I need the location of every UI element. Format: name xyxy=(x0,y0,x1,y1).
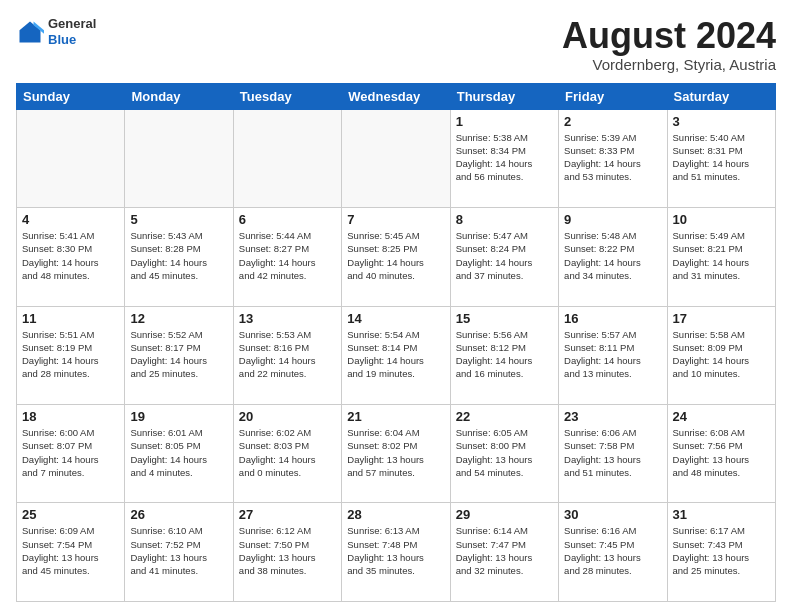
day-info: Sunrise: 6:14 AM Sunset: 7:47 PM Dayligh… xyxy=(456,524,553,577)
day-number: 11 xyxy=(22,311,119,326)
day-number: 6 xyxy=(239,212,336,227)
day-number: 30 xyxy=(564,507,661,522)
day-header-tuesday: Tuesday xyxy=(233,83,341,109)
calendar-cell: 19Sunrise: 6:01 AM Sunset: 8:05 PM Dayli… xyxy=(125,405,233,503)
day-info: Sunrise: 6:12 AM Sunset: 7:50 PM Dayligh… xyxy=(239,524,336,577)
day-number: 22 xyxy=(456,409,553,424)
day-header-saturday: Saturday xyxy=(667,83,775,109)
logo-general: General xyxy=(48,16,96,32)
day-number: 28 xyxy=(347,507,444,522)
day-info: Sunrise: 5:51 AM Sunset: 8:19 PM Dayligh… xyxy=(22,328,119,381)
calendar-cell: 1Sunrise: 5:38 AM Sunset: 8:34 PM Daylig… xyxy=(450,109,558,207)
calendar-cell: 7Sunrise: 5:45 AM Sunset: 8:25 PM Daylig… xyxy=(342,208,450,306)
day-number: 29 xyxy=(456,507,553,522)
day-info: Sunrise: 5:57 AM Sunset: 8:11 PM Dayligh… xyxy=(564,328,661,381)
calendar-cell: 23Sunrise: 6:06 AM Sunset: 7:58 PM Dayli… xyxy=(559,405,667,503)
day-number: 8 xyxy=(456,212,553,227)
day-number: 21 xyxy=(347,409,444,424)
logo-icon xyxy=(16,18,44,46)
calendar-cell: 25Sunrise: 6:09 AM Sunset: 7:54 PM Dayli… xyxy=(17,503,125,602)
day-header-sunday: Sunday xyxy=(17,83,125,109)
day-number: 7 xyxy=(347,212,444,227)
day-info: Sunrise: 5:58 AM Sunset: 8:09 PM Dayligh… xyxy=(673,328,770,381)
day-number: 17 xyxy=(673,311,770,326)
calendar-week-0: 1Sunrise: 5:38 AM Sunset: 8:34 PM Daylig… xyxy=(17,109,776,207)
calendar-cell: 8Sunrise: 5:47 AM Sunset: 8:24 PM Daylig… xyxy=(450,208,558,306)
calendar-cell: 29Sunrise: 6:14 AM Sunset: 7:47 PM Dayli… xyxy=(450,503,558,602)
calendar-cell xyxy=(125,109,233,207)
day-number: 16 xyxy=(564,311,661,326)
logo-text: General Blue xyxy=(48,16,96,47)
calendar-cell: 6Sunrise: 5:44 AM Sunset: 8:27 PM Daylig… xyxy=(233,208,341,306)
day-info: Sunrise: 5:40 AM Sunset: 8:31 PM Dayligh… xyxy=(673,131,770,184)
calendar-cell: 20Sunrise: 6:02 AM Sunset: 8:03 PM Dayli… xyxy=(233,405,341,503)
day-info: Sunrise: 5:48 AM Sunset: 8:22 PM Dayligh… xyxy=(564,229,661,282)
day-info: Sunrise: 5:49 AM Sunset: 8:21 PM Dayligh… xyxy=(673,229,770,282)
day-number: 10 xyxy=(673,212,770,227)
calendar-cell: 26Sunrise: 6:10 AM Sunset: 7:52 PM Dayli… xyxy=(125,503,233,602)
day-info: Sunrise: 6:01 AM Sunset: 8:05 PM Dayligh… xyxy=(130,426,227,479)
calendar-week-2: 11Sunrise: 5:51 AM Sunset: 8:19 PM Dayli… xyxy=(17,306,776,404)
calendar: SundayMondayTuesdayWednesdayThursdayFrid… xyxy=(16,83,776,602)
day-header-monday: Monday xyxy=(125,83,233,109)
location: Vordernberg, Styria, Austria xyxy=(562,56,776,73)
calendar-cell: 17Sunrise: 5:58 AM Sunset: 8:09 PM Dayli… xyxy=(667,306,775,404)
day-info: Sunrise: 6:10 AM Sunset: 7:52 PM Dayligh… xyxy=(130,524,227,577)
day-info: Sunrise: 5:43 AM Sunset: 8:28 PM Dayligh… xyxy=(130,229,227,282)
day-info: Sunrise: 5:41 AM Sunset: 8:30 PM Dayligh… xyxy=(22,229,119,282)
header: General Blue August 2024 Vordernberg, St… xyxy=(16,16,776,73)
day-info: Sunrise: 5:38 AM Sunset: 8:34 PM Dayligh… xyxy=(456,131,553,184)
day-number: 24 xyxy=(673,409,770,424)
calendar-cell: 2Sunrise: 5:39 AM Sunset: 8:33 PM Daylig… xyxy=(559,109,667,207)
calendar-cell: 27Sunrise: 6:12 AM Sunset: 7:50 PM Dayli… xyxy=(233,503,341,602)
calendar-cell: 30Sunrise: 6:16 AM Sunset: 7:45 PM Dayli… xyxy=(559,503,667,602)
day-number: 3 xyxy=(673,114,770,129)
calendar-week-1: 4Sunrise: 5:41 AM Sunset: 8:30 PM Daylig… xyxy=(17,208,776,306)
calendar-cell: 13Sunrise: 5:53 AM Sunset: 8:16 PM Dayli… xyxy=(233,306,341,404)
day-info: Sunrise: 6:13 AM Sunset: 7:48 PM Dayligh… xyxy=(347,524,444,577)
day-number: 25 xyxy=(22,507,119,522)
day-info: Sunrise: 6:02 AM Sunset: 8:03 PM Dayligh… xyxy=(239,426,336,479)
day-number: 23 xyxy=(564,409,661,424)
day-info: Sunrise: 6:08 AM Sunset: 7:56 PM Dayligh… xyxy=(673,426,770,479)
calendar-cell xyxy=(342,109,450,207)
day-number: 4 xyxy=(22,212,119,227)
calendar-cell xyxy=(233,109,341,207)
day-info: Sunrise: 6:00 AM Sunset: 8:07 PM Dayligh… xyxy=(22,426,119,479)
day-info: Sunrise: 6:09 AM Sunset: 7:54 PM Dayligh… xyxy=(22,524,119,577)
day-info: Sunrise: 6:06 AM Sunset: 7:58 PM Dayligh… xyxy=(564,426,661,479)
page: General Blue August 2024 Vordernberg, St… xyxy=(0,0,792,612)
day-number: 1 xyxy=(456,114,553,129)
calendar-cell: 24Sunrise: 6:08 AM Sunset: 7:56 PM Dayli… xyxy=(667,405,775,503)
calendar-week-3: 18Sunrise: 6:00 AM Sunset: 8:07 PM Dayli… xyxy=(17,405,776,503)
calendar-header-row: SundayMondayTuesdayWednesdayThursdayFrid… xyxy=(17,83,776,109)
day-number: 14 xyxy=(347,311,444,326)
logo-blue: Blue xyxy=(48,32,96,48)
title-block: August 2024 Vordernberg, Styria, Austria xyxy=(562,16,776,73)
day-info: Sunrise: 6:17 AM Sunset: 7:43 PM Dayligh… xyxy=(673,524,770,577)
calendar-cell: 14Sunrise: 5:54 AM Sunset: 8:14 PM Dayli… xyxy=(342,306,450,404)
calendar-week-4: 25Sunrise: 6:09 AM Sunset: 7:54 PM Dayli… xyxy=(17,503,776,602)
calendar-cell xyxy=(17,109,125,207)
day-number: 26 xyxy=(130,507,227,522)
day-number: 15 xyxy=(456,311,553,326)
calendar-cell: 9Sunrise: 5:48 AM Sunset: 8:22 PM Daylig… xyxy=(559,208,667,306)
calendar-cell: 11Sunrise: 5:51 AM Sunset: 8:19 PM Dayli… xyxy=(17,306,125,404)
calendar-cell: 4Sunrise: 5:41 AM Sunset: 8:30 PM Daylig… xyxy=(17,208,125,306)
day-info: Sunrise: 6:04 AM Sunset: 8:02 PM Dayligh… xyxy=(347,426,444,479)
calendar-cell: 31Sunrise: 6:17 AM Sunset: 7:43 PM Dayli… xyxy=(667,503,775,602)
calendar-cell: 3Sunrise: 5:40 AM Sunset: 8:31 PM Daylig… xyxy=(667,109,775,207)
calendar-cell: 28Sunrise: 6:13 AM Sunset: 7:48 PM Dayli… xyxy=(342,503,450,602)
day-number: 2 xyxy=(564,114,661,129)
day-number: 5 xyxy=(130,212,227,227)
day-info: Sunrise: 5:45 AM Sunset: 8:25 PM Dayligh… xyxy=(347,229,444,282)
month-year: August 2024 xyxy=(562,16,776,56)
day-header-friday: Friday xyxy=(559,83,667,109)
day-number: 9 xyxy=(564,212,661,227)
calendar-cell: 12Sunrise: 5:52 AM Sunset: 8:17 PM Dayli… xyxy=(125,306,233,404)
calendar-cell: 22Sunrise: 6:05 AM Sunset: 8:00 PM Dayli… xyxy=(450,405,558,503)
day-info: Sunrise: 5:53 AM Sunset: 8:16 PM Dayligh… xyxy=(239,328,336,381)
calendar-cell: 18Sunrise: 6:00 AM Sunset: 8:07 PM Dayli… xyxy=(17,405,125,503)
svg-marker-0 xyxy=(20,21,41,42)
calendar-cell: 10Sunrise: 5:49 AM Sunset: 8:21 PM Dayli… xyxy=(667,208,775,306)
